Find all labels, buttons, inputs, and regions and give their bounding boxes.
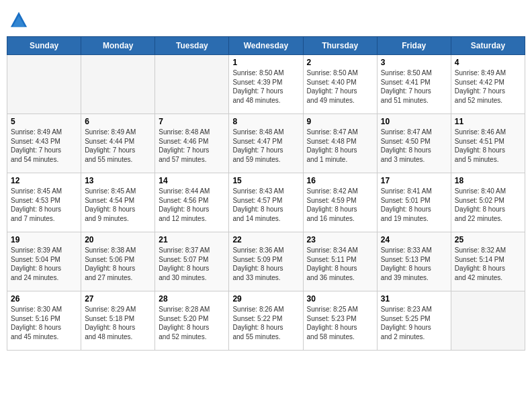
calendar-cell: 17Sunrise: 8:41 AM Sunset: 5:01 PM Dayli…	[377, 173, 451, 232]
calendar-cell: 5Sunrise: 8:49 AM Sunset: 4:43 PM Daylig…	[7, 114, 81, 173]
calendar-week-3: 12Sunrise: 8:45 AM Sunset: 4:53 PM Dayli…	[7, 173, 525, 232]
calendar-cell: 22Sunrise: 8:36 AM Sunset: 5:09 PM Dayli…	[229, 232, 303, 291]
calendar-cell	[451, 291, 525, 351]
day-number: 19	[11, 235, 77, 244]
day-info: Sunrise: 8:45 AM Sunset: 4:54 PM Dayligh…	[85, 187, 151, 223]
day-number: 14	[159, 176, 225, 185]
day-number: 9	[307, 117, 373, 126]
calendar-cell: 14Sunrise: 8:44 AM Sunset: 4:56 PM Dayli…	[155, 173, 229, 232]
calendar-cell: 28Sunrise: 8:28 AM Sunset: 5:20 PM Dayli…	[155, 291, 229, 351]
day-info: Sunrise: 8:45 AM Sunset: 4:53 PM Dayligh…	[11, 187, 77, 223]
weekday-header-tuesday: Tuesday	[155, 37, 229, 55]
day-info: Sunrise: 8:30 AM Sunset: 5:16 PM Dayligh…	[11, 305, 77, 341]
day-info: Sunrise: 8:34 AM Sunset: 5:11 PM Dayligh…	[307, 246, 373, 282]
day-info: Sunrise: 8:48 AM Sunset: 4:46 PM Dayligh…	[159, 128, 225, 164]
day-info: Sunrise: 8:47 AM Sunset: 4:48 PM Dayligh…	[307, 128, 373, 164]
logo-icon	[9, 11, 28, 30]
calendar-cell: 27Sunrise: 8:29 AM Sunset: 5:18 PM Dayli…	[81, 291, 155, 351]
day-number: 30	[307, 294, 373, 304]
day-info: Sunrise: 8:49 AM Sunset: 4:44 PM Dayligh…	[85, 128, 151, 164]
day-info: Sunrise: 8:26 AM Sunset: 5:22 PM Dayligh…	[232, 305, 299, 341]
day-number: 2	[307, 58, 373, 67]
calendar-cell: 7Sunrise: 8:48 AM Sunset: 4:46 PM Daylig…	[155, 114, 229, 173]
day-info: Sunrise: 8:33 AM Sunset: 5:13 PM Dayligh…	[381, 246, 447, 282]
day-number: 22	[232, 235, 299, 244]
weekday-header-monday: Monday	[81, 37, 155, 55]
day-number: 31	[381, 294, 447, 304]
day-info: Sunrise: 8:50 AM Sunset: 4:40 PM Dayligh…	[307, 68, 373, 105]
day-number: 23	[307, 235, 373, 244]
day-number: 16	[307, 176, 373, 185]
calendar-table: SundayMondayTuesdayWednesdayThursdayFrid…	[7, 36, 525, 351]
calendar-cell: 1Sunrise: 8:50 AM Sunset: 4:39 PM Daylig…	[229, 55, 303, 114]
calendar-cell: 3Sunrise: 8:50 AM Sunset: 4:41 PM Daylig…	[377, 55, 451, 114]
day-number: 15	[232, 176, 299, 185]
weekday-header-saturday: Saturday	[451, 37, 525, 55]
calendar-cell: 13Sunrise: 8:45 AM Sunset: 4:54 PM Dayli…	[81, 173, 155, 232]
calendar-cell	[81, 55, 155, 114]
calendar-cell: 20Sunrise: 8:38 AM Sunset: 5:06 PM Dayli…	[81, 232, 155, 291]
calendar-cell: 25Sunrise: 8:32 AM Sunset: 5:14 PM Dayli…	[451, 232, 525, 291]
calendar-cell: 19Sunrise: 8:39 AM Sunset: 5:04 PM Dayli…	[7, 232, 81, 291]
day-number: 27	[85, 294, 151, 304]
calendar-cell: 15Sunrise: 8:43 AM Sunset: 4:57 PM Dayli…	[229, 173, 303, 232]
day-number: 28	[159, 294, 225, 304]
day-info: Sunrise: 8:50 AM Sunset: 4:39 PM Dayligh…	[232, 68, 299, 105]
day-info: Sunrise: 8:48 AM Sunset: 4:47 PM Dayligh…	[232, 128, 299, 164]
weekday-header-friday: Friday	[377, 37, 451, 55]
calendar-cell: 6Sunrise: 8:49 AM Sunset: 4:44 PM Daylig…	[81, 114, 155, 173]
calendar-cell: 2Sunrise: 8:50 AM Sunset: 4:40 PM Daylig…	[303, 55, 377, 114]
calendar-cell: 8Sunrise: 8:48 AM Sunset: 4:47 PM Daylig…	[229, 114, 303, 173]
weekday-header-wednesday: Wednesday	[229, 37, 303, 55]
calendar-cell: 31Sunrise: 8:23 AM Sunset: 5:25 PM Dayli…	[377, 291, 451, 351]
calendar-week-5: 26Sunrise: 8:30 AM Sunset: 5:16 PM Dayli…	[7, 291, 525, 351]
logo	[9, 11, 30, 30]
day-info: Sunrise: 8:37 AM Sunset: 5:07 PM Dayligh…	[159, 246, 225, 282]
calendar-header: SundayMondayTuesdayWednesdayThursdayFrid…	[7, 37, 525, 55]
day-number: 4	[455, 58, 521, 67]
calendar-cell: 10Sunrise: 8:47 AM Sunset: 4:50 PM Dayli…	[377, 114, 451, 173]
day-info: Sunrise: 8:32 AM Sunset: 5:14 PM Dayligh…	[455, 246, 521, 282]
calendar-cell: 30Sunrise: 8:25 AM Sunset: 5:23 PM Dayli…	[303, 291, 377, 351]
day-number: 3	[381, 58, 447, 67]
calendar-week-2: 5Sunrise: 8:49 AM Sunset: 4:43 PM Daylig…	[7, 114, 525, 173]
day-number: 24	[381, 235, 447, 244]
weekday-header-thursday: Thursday	[303, 37, 377, 55]
day-info: Sunrise: 8:46 AM Sunset: 4:51 PM Dayligh…	[455, 128, 521, 164]
day-number: 5	[11, 117, 77, 126]
calendar-cell: 18Sunrise: 8:40 AM Sunset: 5:02 PM Dayli…	[451, 173, 525, 232]
day-info: Sunrise: 8:47 AM Sunset: 4:50 PM Dayligh…	[381, 128, 447, 164]
day-info: Sunrise: 8:49 AM Sunset: 4:43 PM Dayligh…	[11, 128, 77, 164]
day-info: Sunrise: 8:40 AM Sunset: 5:02 PM Dayligh…	[455, 187, 521, 223]
day-number: 12	[11, 176, 77, 185]
day-info: Sunrise: 8:50 AM Sunset: 4:41 PM Dayligh…	[381, 68, 447, 105]
day-info: Sunrise: 8:43 AM Sunset: 4:57 PM Dayligh…	[232, 187, 299, 223]
day-number: 20	[85, 235, 151, 244]
day-info: Sunrise: 8:38 AM Sunset: 5:06 PM Dayligh…	[85, 246, 151, 282]
day-number: 25	[455, 235, 521, 244]
day-number: 26	[11, 294, 77, 304]
day-number: 1	[232, 58, 299, 67]
calendar-cell: 29Sunrise: 8:26 AM Sunset: 5:22 PM Dayli…	[229, 291, 303, 351]
day-info: Sunrise: 8:39 AM Sunset: 5:04 PM Dayligh…	[11, 246, 77, 282]
calendar-cell: 16Sunrise: 8:42 AM Sunset: 4:59 PM Dayli…	[303, 173, 377, 232]
day-number: 10	[381, 117, 447, 126]
calendar-cell: 9Sunrise: 8:47 AM Sunset: 4:48 PM Daylig…	[303, 114, 377, 173]
day-info: Sunrise: 8:25 AM Sunset: 5:23 PM Dayligh…	[307, 305, 373, 341]
calendar-cell: 24Sunrise: 8:33 AM Sunset: 5:13 PM Dayli…	[377, 232, 451, 291]
day-info: Sunrise: 8:36 AM Sunset: 5:09 PM Dayligh…	[232, 246, 299, 282]
day-number: 13	[85, 176, 151, 185]
day-info: Sunrise: 8:42 AM Sunset: 4:59 PM Dayligh…	[307, 187, 373, 223]
calendar-cell	[7, 55, 81, 114]
day-number: 29	[232, 294, 299, 304]
day-number: 21	[159, 235, 225, 244]
calendar-cell	[155, 55, 229, 114]
calendar-cell: 12Sunrise: 8:45 AM Sunset: 4:53 PM Dayli…	[7, 173, 81, 232]
calendar-cell: 4Sunrise: 8:49 AM Sunset: 4:42 PM Daylig…	[451, 55, 525, 114]
day-number: 7	[159, 117, 225, 126]
calendar-cell: 26Sunrise: 8:30 AM Sunset: 5:16 PM Dayli…	[7, 291, 81, 351]
calendar-week-1: 1Sunrise: 8:50 AM Sunset: 4:39 PM Daylig…	[7, 55, 525, 114]
day-number: 18	[455, 176, 521, 185]
calendar-cell: 11Sunrise: 8:46 AM Sunset: 4:51 PM Dayli…	[451, 114, 525, 173]
day-info: Sunrise: 8:41 AM Sunset: 5:01 PM Dayligh…	[381, 187, 447, 223]
